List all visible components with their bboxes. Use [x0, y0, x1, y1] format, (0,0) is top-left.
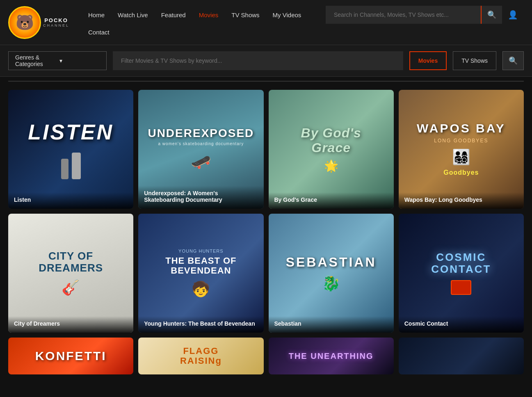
search-button[interactable]: 🔍 — [482, 6, 502, 24]
poster-flagg-title: FLAGGRAISINg — [180, 346, 222, 366]
nav-featured[interactable]: Featured — [155, 8, 192, 22]
movie-card-konfetti[interactable]: KONFETTI — [8, 338, 133, 374]
logo-bear-icon: 🐻 — [16, 14, 34, 31]
filter-tvshows-button[interactable]: TV Shows — [453, 51, 496, 70]
poster-younghunters-label: YOUNG HUNTERS — [178, 249, 224, 253]
nav-my-videos[interactable]: My Videos — [266, 8, 308, 22]
movie-card-underexposed[interactable]: UNDEREXPOSED a women's skateboarding doc… — [138, 90, 263, 209]
poster-mystery — [399, 338, 524, 374]
search-icon: 🔍 — [487, 11, 496, 19]
movie-card-flagg[interactable]: FLAGGRAISINg — [138, 338, 263, 374]
poster-city-icon: 🎸 — [62, 279, 80, 296]
main-nav: Home Watch Live Featured Movies TV Shows… — [82, 6, 524, 39]
movie-card-city[interactable]: CITY OFDREAMERS 🎸 City of Dreamers — [8, 214, 133, 333]
poster-sebastian: SEBASTIAN 🐉 — [269, 214, 394, 333]
movie-title-sebastian: Sebastian — [269, 316, 394, 333]
poster-cosmic: COSMICCONTACT — [399, 214, 524, 333]
user-icon: 👤 — [508, 10, 518, 19]
movie-card-mystery[interactable] — [399, 338, 524, 374]
poster-unearthing: THE UNEARTHING — [269, 338, 394, 374]
poster-flagg: FLAGGRAISINg — [138, 338, 263, 374]
genres-label: Genres & Categories — [15, 54, 55, 67]
movie-title-younghunters: Young Hunters: The Beast of Bevendean — [138, 316, 263, 333]
poster-bygods-title: By God'sGrace — [301, 126, 361, 155]
nav-contact[interactable]: Contact — [82, 25, 116, 39]
movie-title-bygods: By God's Grace — [269, 192, 394, 209]
poster-bygods-icon: 🌟 — [324, 159, 338, 173]
logo-text-stack: POCKO CHANNEL — [43, 17, 69, 27]
movie-card-unearthing[interactable]: THE UNEARTHING — [269, 338, 394, 374]
poster-wapos: WAPOS BAY LONG GOODBYES 👨‍👩‍👧‍👦 Goodbyes — [399, 90, 524, 209]
poster-wapos-icon: 👨‍👩‍👧‍👦 — [452, 148, 470, 166]
filter-search-icon: 🔍 — [509, 57, 518, 65]
poster-unearthing-title: THE UNEARTHING — [289, 351, 374, 360]
poster-city-title: CITY OFDREAMERS — [39, 250, 103, 274]
search-input[interactable] — [326, 6, 482, 24]
movie-card-wapos[interactable]: WAPOS BAY LONG GOODBYES 👨‍👩‍👧‍👦 Goodbyes… — [399, 90, 524, 209]
poster-cosmic-device — [451, 280, 471, 295]
movie-card-cosmic[interactable]: COSMICCONTACT Cosmic Contact — [399, 214, 524, 333]
movie-card-listen[interactable]: LISTEN Listen — [8, 90, 133, 209]
logo-area[interactable]: 🐻 POCKO CHANNEL — [8, 6, 69, 39]
logo-image: 🐻 — [8, 6, 41, 39]
poster-listen-text: LISTEN — [28, 120, 114, 144]
poster-underexposed-sub: a women's skateboarding documentary — [158, 141, 244, 146]
logo-channel: CHANNEL — [43, 23, 69, 27]
poster-wapos-title: WAPOS BAY — [417, 122, 506, 135]
poster-underexposed-icon: 🛹 — [191, 152, 211, 171]
content-divider — [8, 81, 524, 82]
genres-dropdown[interactable]: Genres & Categories ▾ — [8, 51, 107, 70]
movie-card-sebastian[interactable]: SEBASTIAN 🐉 Sebastian — [269, 214, 394, 333]
movie-title-underexposed: Underexposed: A Women's Skateboarding Do… — [138, 186, 263, 209]
nav-home[interactable]: Home — [82, 8, 111, 22]
poster-younghunters-title: THE BEAST OFBEVENDEAN — [165, 256, 236, 276]
chevron-down-icon: ▾ — [59, 57, 100, 64]
filter-movies-button[interactable]: Movies — [409, 51, 447, 70]
nav-bottom-row: Contact — [82, 25, 524, 39]
nav-movies[interactable]: Movies — [192, 8, 225, 22]
nav-watch-live[interactable]: Watch Live — [111, 8, 155, 22]
poster-konfetti: KONFETTI — [8, 338, 133, 374]
poster-city: CITY OFDREAMERS 🎸 — [8, 214, 133, 333]
poster-wapos-subtitle: LONG GOODBYES — [434, 138, 488, 144]
movie-title-listen: Listen — [8, 192, 133, 209]
movie-title-cosmic: Cosmic Contact — [399, 316, 524, 333]
poster-sebastian-icon: 🐉 — [322, 275, 340, 292]
poster-wapos-goodbyes: Goodbyes — [443, 169, 479, 176]
search-area: 🔍 👤 — [326, 6, 524, 24]
poster-cosmic-title: COSMICCONTACT — [431, 251, 491, 275]
user-button[interactable]: 👤 — [502, 6, 524, 24]
poster-younghunters-icon: 🧒 — [192, 281, 210, 298]
movie-card-younghunters[interactable]: YOUNG HUNTERS THE BEAST OFBEVENDEAN 🧒 Yo… — [138, 214, 263, 333]
poster-listen-figures — [61, 153, 81, 179]
keyword-filter-input[interactable] — [113, 51, 403, 70]
movie-title-city: City of Dreamers — [8, 316, 133, 333]
poster-bygods: By God'sGrace 🌟 — [269, 90, 394, 209]
logo-name: POCKO — [43, 17, 69, 23]
filter-search-button[interactable]: 🔍 — [502, 51, 524, 70]
movie-grid: LISTEN Listen UNDEREXPOSED a women's ska… — [0, 86, 532, 383]
poster-sebastian-title: SEBASTIAN — [286, 255, 377, 270]
filter-bar: Genres & Categories ▾ Movies TV Shows 🔍 — [0, 45, 532, 77]
header: 🐻 POCKO CHANNEL Home Watch Live Featured… — [0, 0, 532, 45]
nav-top-row: Home Watch Live Featured Movies TV Shows… — [82, 6, 524, 24]
movie-card-bygods[interactable]: By God'sGrace 🌟 By God's Grace — [269, 90, 394, 209]
poster-konfetti-title: KONFETTI — [35, 349, 107, 363]
poster-underexposed-title: UNDEREXPOSED — [148, 128, 254, 139]
poster-listen: LISTEN — [8, 90, 133, 209]
movie-title-wapos: Wapos Bay: Long Goodbyes — [399, 192, 524, 209]
nav-tv-shows[interactable]: TV Shows — [225, 8, 266, 22]
poster-younghunters: YOUNG HUNTERS THE BEAST OFBEVENDEAN 🧒 — [138, 214, 263, 333]
